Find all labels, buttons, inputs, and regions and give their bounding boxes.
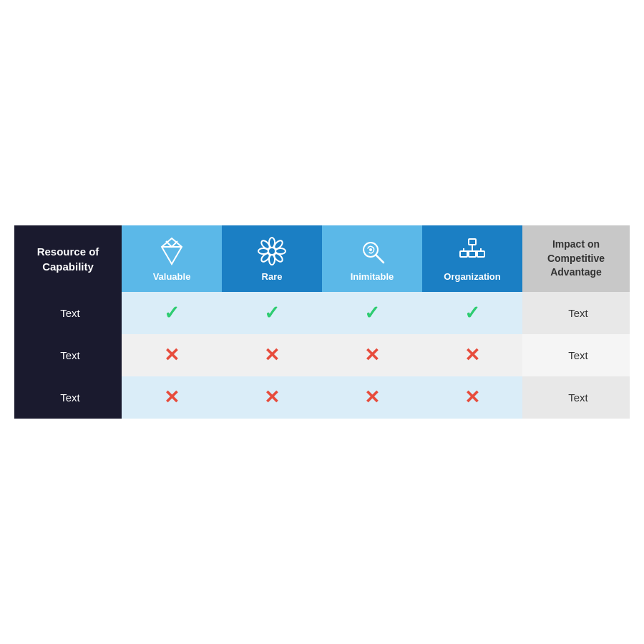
svg-point-12 — [369, 248, 372, 251]
org-chart-icon — [457, 235, 488, 267]
check-icon: ✓ — [464, 302, 480, 323]
rare-cell: ✕ — [222, 376, 322, 419]
rare-cell: ✓ — [222, 292, 322, 334]
cross-icon: ✕ — [464, 386, 480, 408]
impact-cell: Text — [522, 292, 630, 334]
cross-icon: ✕ — [264, 344, 280, 366]
inimitable-icon — [356, 235, 388, 267]
inimitable-cell: ✓ — [322, 292, 422, 334]
svg-line-11 — [376, 255, 384, 263]
check-icon: ✓ — [164, 302, 180, 323]
cross-icon: ✕ — [164, 344, 180, 366]
table-row: Text✕✕✕✕Text — [14, 376, 630, 419]
cross-icon: ✕ — [364, 386, 380, 408]
table-row: Text✓✓✓✓Text — [14, 292, 630, 334]
resource-capability-header: Resource of Capability — [14, 225, 122, 292]
check-icon: ✓ — [364, 302, 380, 323]
organization-cell: ✕ — [422, 334, 522, 376]
inimitable-header: Inimitable — [322, 225, 422, 292]
impact-cell: Text — [522, 334, 630, 376]
svg-rect-16 — [477, 251, 484, 257]
cross-icon: ✕ — [464, 344, 480, 366]
inimitable-cell: ✕ — [322, 334, 422, 376]
impact-header: Impact on Competitive Advantage — [522, 225, 630, 292]
cross-icon: ✕ — [164, 386, 180, 408]
organization-cell: ✕ — [422, 376, 522, 419]
organization-cell: ✓ — [422, 292, 522, 334]
rare-cell: ✕ — [222, 334, 322, 376]
svg-rect-13 — [469, 239, 476, 245]
vrio-table: Resource of Capability Valuable — [14, 225, 630, 419]
resource-cell: Text — [14, 334, 122, 376]
cross-icon: ✕ — [364, 344, 380, 366]
resource-cell: Text — [14, 292, 122, 334]
table-row: Text✕✕✕✕Text — [14, 334, 630, 376]
valuable-cell: ✕ — [122, 376, 222, 419]
inimitable-cell: ✕ — [322, 376, 422, 419]
header-row: Resource of Capability Valuable — [14, 225, 630, 292]
flower-icon — [256, 235, 288, 267]
diamond-icon — [156, 235, 187, 267]
valuable-cell: ✕ — [122, 334, 222, 376]
resource-cell: Text — [14, 376, 122, 419]
svg-rect-14 — [460, 251, 467, 257]
check-icon: ✓ — [264, 302, 280, 323]
svg-rect-15 — [469, 251, 476, 257]
svg-marker-0 — [162, 238, 182, 264]
valuable-cell: ✓ — [122, 292, 222, 334]
cross-icon: ✕ — [264, 386, 280, 408]
valuable-header: Valuable — [122, 225, 222, 292]
impact-cell: Text — [522, 376, 630, 419]
organization-header: Organization — [422, 225, 522, 292]
rare-header: Rare — [222, 225, 322, 292]
